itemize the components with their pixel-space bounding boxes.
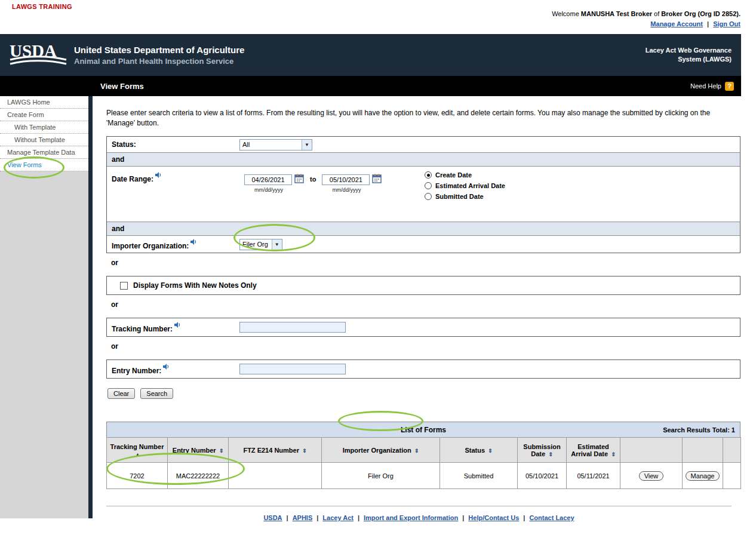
agency-name: Animal and Plant Health Inspection Servi…	[74, 57, 244, 66]
col-label: Submission Date	[523, 443, 560, 457]
status-select[interactable]: All ▼	[239, 139, 312, 150]
main-content: Please enter search criteria to view a l…	[97, 96, 741, 521]
cell-estimated-arrival-date: 05/11/2021	[567, 463, 620, 489]
date-to-label: to	[310, 176, 316, 183]
tracking-number-input[interactable]	[239, 322, 346, 333]
sidebar-item-create-form[interactable]: Create Form	[0, 109, 88, 121]
need-help: Need Help ?	[690, 82, 734, 91]
col-entry-number[interactable]: Entry Number ⇕	[168, 438, 229, 463]
sidebar-item-with-template[interactable]: With Template	[0, 121, 88, 134]
importer-organization-label: Importer Organization:	[112, 238, 239, 250]
entry-number-input[interactable]	[239, 364, 346, 374]
sidebar-item-lawgs-home[interactable]: LAWGS Home	[0, 96, 88, 109]
cell-spacer	[723, 463, 741, 489]
sort-icon: ⇕	[219, 448, 224, 454]
footer-link-usda[interactable]: USDA	[263, 514, 282, 521]
importer-organization-label-text: Importer Organization:	[112, 242, 189, 250]
cell-manage-action: Manage	[683, 463, 723, 489]
results-title-bar: List of Forms Search Results Total: 1	[106, 422, 740, 437]
new-notes-checkbox[interactable]	[120, 282, 128, 290]
audio-help-icon[interactable]	[190, 238, 197, 245]
radio-create-date[interactable]	[425, 171, 432, 179]
audio-help-icon[interactable]	[155, 171, 162, 179]
col-submission-date[interactable]: Submission Date ⇕	[518, 438, 567, 463]
date-to-input[interactable]	[322, 174, 370, 185]
sort-icon: ⇕	[611, 451, 616, 457]
cell-ftz-number	[229, 463, 322, 489]
col-label: Importer Organization	[343, 447, 411, 454]
col-view-actions	[620, 438, 683, 463]
sidebar-item-view-forms[interactable]: View Forms	[0, 159, 88, 171]
search-button[interactable]: Search	[140, 388, 173, 399]
footer-link-contact-lacey[interactable]: Contact Lacey	[529, 514, 574, 521]
clear-button[interactable]: Clear	[107, 388, 135, 399]
sidebar-item-manage-template-data[interactable]: Manage Template Data	[0, 146, 88, 159]
footer-separator: |	[523, 514, 525, 521]
radio-estimated-arrival-date[interactable]	[425, 182, 432, 189]
col-label: Entry Number	[173, 447, 216, 454]
col-importer-organization[interactable]: Importer Organization ⇕	[322, 438, 440, 463]
cell-status: Submitted	[440, 463, 518, 489]
results-section: List of Forms Search Results Total: 1 Tr…	[106, 422, 740, 489]
status-select-value: All	[240, 140, 302, 150]
status-label: Status:	[112, 140, 239, 149]
footer-link-import-export[interactable]: Import and Export Information	[364, 514, 458, 521]
notes-checkbox-row: Display Forms With New Notes Only	[107, 276, 740, 294]
footer-separator: |	[316, 514, 318, 521]
audio-help-icon[interactable]	[162, 363, 170, 370]
radio-submitted-date[interactable]	[425, 193, 432, 200]
search-criteria-box: Status: All ▼ and Date Range:	[106, 136, 740, 253]
results-title: List of Forms	[401, 426, 446, 434]
col-manage-actions	[683, 438, 723, 463]
date-type-radio-group: Create Date Estimated Arrival Date Submi…	[425, 171, 505, 200]
calendar-icon[interactable]	[372, 174, 382, 186]
manage-account-link[interactable]: Manage Account	[650, 20, 703, 27]
help-question-icon[interactable]: ?	[725, 82, 734, 91]
or-separator: or	[111, 259, 741, 268]
user-session-bar: Welcome MANUSHA Test Broker of Broker Or…	[552, 10, 740, 27]
col-estimated-arrival-date[interactable]: Estimated Arrival Date ⇕	[567, 438, 620, 463]
date-format-hint: mm/dd/yyyy	[254, 187, 283, 193]
system-name: Lacey Act Web Governance System (LAWGS)	[646, 46, 732, 64]
department-name: United States Department of Agriculture	[74, 45, 244, 55]
entry-number-box: Entry Number:	[106, 359, 740, 379]
audio-help-icon[interactable]	[174, 321, 181, 328]
col-ftz-e214-number[interactable]: FTZ E214 Number ⇕	[229, 438, 322, 463]
importer-organization-select[interactable]: Filer Org ▼	[239, 239, 282, 250]
col-tracking-number[interactable]: Tracking Number ▲	[107, 438, 168, 463]
tracking-number-label: Tracking Number:	[112, 321, 239, 333]
radio-create-date-label: Create Date	[435, 171, 472, 179]
department-titles: United States Department of Agriculture …	[74, 45, 244, 66]
or-separator: or	[111, 342, 741, 351]
radio-submitted-date-label: Submitted Date	[435, 193, 484, 200]
date-range-label: Date Range:	[112, 171, 239, 183]
page-title: View Forms	[100, 82, 144, 91]
calendar-icon[interactable]	[294, 174, 304, 186]
and-separator: and	[107, 222, 740, 236]
sort-icon: ⇕	[548, 451, 553, 457]
view-button[interactable]: View	[639, 471, 664, 481]
instructions-text: Please enter search criteria to view a l…	[106, 108, 739, 128]
footer-link-lacey-act[interactable]: Lacey Act	[322, 514, 354, 521]
footer-link-help-contact[interactable]: Help/Contact Us	[468, 514, 519, 521]
sort-icon: ⇕	[302, 448, 307, 454]
sort-asc-icon: ▲	[135, 451, 140, 457]
date-range-label-text: Date Range:	[112, 175, 153, 183]
tracking-number-box: Tracking Number:	[106, 318, 740, 337]
footer-link-aphis[interactable]: APHIS	[293, 514, 313, 521]
col-status[interactable]: Status ⇕	[440, 438, 518, 463]
sign-out-link[interactable]: Sign Out	[713, 20, 740, 27]
radio-row-submitted-date: Submitted Date	[425, 193, 505, 200]
sort-icon: ⇕	[414, 448, 419, 454]
footer-links: USDA|APHIS|Lacey Act|Import and Export I…	[106, 506, 732, 521]
sidebar-menu: LAWGS Home Create Form With Template Wit…	[0, 96, 88, 171]
manage-button[interactable]: Manage	[686, 471, 720, 481]
status-row: Status: All ▼	[107, 137, 740, 152]
date-format-hint: mm/dd/yyyy	[332, 187, 361, 193]
usda-banner: USDA United States Department of Agricul…	[0, 34, 741, 76]
usda-logo-graphic: USDA	[8, 40, 68, 67]
footer-separator: |	[287, 514, 288, 521]
date-from-input[interactable]	[244, 174, 292, 185]
col-label: FTZ E214 Number	[243, 447, 299, 454]
sidebar-item-without-template[interactable]: Without Template	[0, 134, 88, 146]
